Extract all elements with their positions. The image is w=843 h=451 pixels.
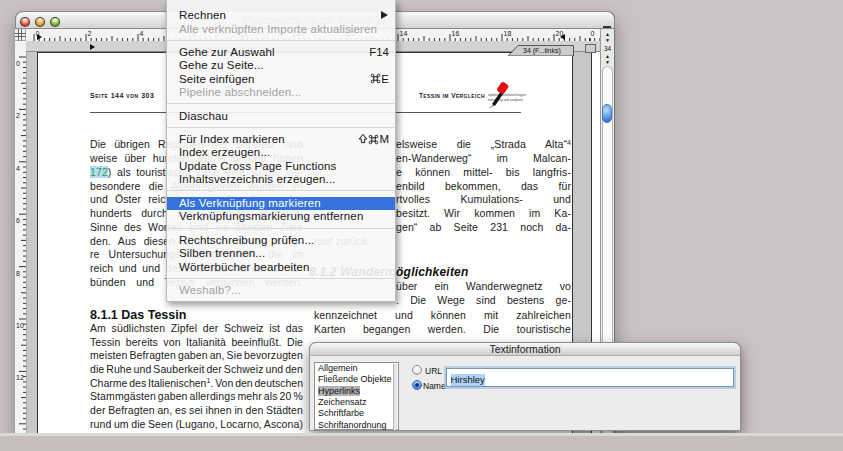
svg-text:0: 0 [591,30,595,37]
svg-text:4: 4 [16,165,20,172]
svg-text:4: 4 [140,30,144,37]
svg-text:18: 18 [504,30,512,37]
svg-text:6: 6 [16,217,20,224]
svg-text:10: 10 [16,322,24,329]
svg-text:12: 12 [16,374,24,381]
svg-text:spektra marktforschungen: spektra marktforschungen [488,93,526,97]
svg-text:0: 0 [16,60,20,67]
svg-text:8: 8 [16,270,20,277]
svg-text:34 (F...links): 34 (F...links) [523,47,561,55]
svg-text:forschung und analysen: forschung und analysen [488,98,523,102]
svg-text:2: 2 [16,112,20,119]
svg-text:16: 16 [452,30,460,37]
svg-text:14: 14 [400,30,408,37]
svg-text:2: 2 [88,30,92,37]
